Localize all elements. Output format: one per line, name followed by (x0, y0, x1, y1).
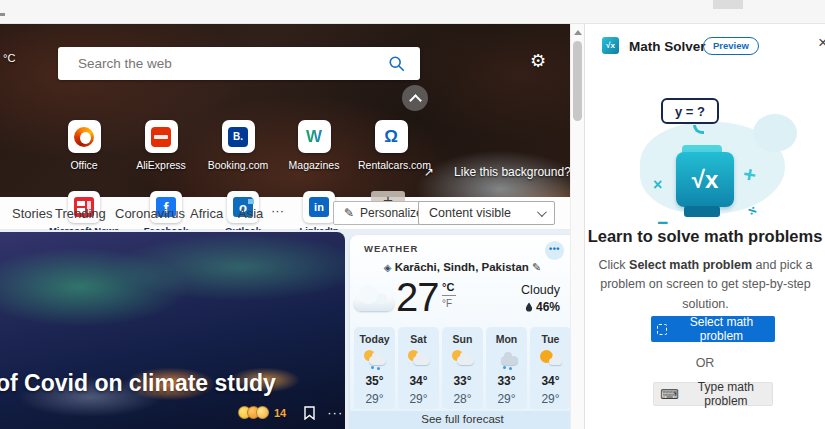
weather-location[interactable]: ◈ Karāchi, Sindh, Pakistan ✎ (350, 261, 575, 274)
magazines-tile[interactable]: W (298, 120, 331, 153)
aliexpress-icon (151, 127, 171, 147)
quicklink-magazines[interactable]: W Magazines (281, 120, 347, 171)
booking-icon: B. (228, 127, 248, 147)
chrome-fragment (713, 0, 743, 9)
content-visibility-dropdown[interactable]: Content visible (418, 201, 555, 225)
quicklink-office[interactable]: Office (51, 120, 117, 171)
chip-more-icon[interactable]: ··· (271, 203, 284, 218)
quicklink-label: AliExpress (128, 159, 194, 171)
math-solver-title: Math Solver (629, 39, 706, 54)
office-tile[interactable] (68, 120, 101, 153)
speech-bubble: y = ? (661, 98, 719, 124)
select-math-problem-button[interactable]: Select math problem (651, 316, 775, 342)
scroll-up-button[interactable] (402, 85, 428, 111)
quicklink-label: Rentalcars.com (358, 159, 424, 171)
reactions-row[interactable]: 14 ··· (238, 405, 343, 420)
forecast-day-tue[interactable]: Tue 34° 29° (530, 327, 571, 409)
forecast-day-sun[interactable]: Sun 33° 28° (442, 327, 483, 409)
like-background-label: Like this background? (454, 165, 571, 179)
like-background-prompt[interactable]: ↗ Like this background? (424, 165, 571, 179)
see-full-forecast-link[interactable]: See full forecast (350, 411, 575, 429)
forecast-low: 29° (530, 392, 571, 406)
math-solver-icon: √x (602, 37, 619, 54)
current-temperature: 27 (396, 275, 439, 320)
personalize-label: Personalize (360, 206, 423, 220)
forecast-high: 33° (442, 374, 483, 388)
search-input[interactable] (58, 56, 388, 71)
linkedin-icon: in (309, 197, 329, 217)
forecast-day-sat[interactable]: Sat 34° 29° (398, 327, 439, 409)
search-bar[interactable] (58, 47, 420, 80)
preview-badge: Preview (703, 37, 759, 55)
illustration-blob (753, 114, 797, 152)
chip-stories[interactable]: Stories (12, 206, 52, 221)
office-icon (74, 127, 94, 147)
quicklink-label: Office (51, 159, 117, 171)
multiply-symbol: × (653, 176, 662, 194)
sun-small-cloud-icon (539, 350, 563, 365)
chip-coronavirus[interactable]: Coronavirus (115, 206, 185, 221)
or-separator: OR (585, 356, 825, 370)
quicklink-booking[interactable]: B. Booking.com (205, 120, 271, 171)
math-solver-illustration: y = ? √x + × − ÷ (585, 84, 825, 234)
news-card[interactable]: of Covid on climate study 14 ··· (0, 232, 345, 429)
quicklink-rentalcars[interactable]: Ω Rentalcars.com (358, 120, 424, 171)
cloudy-weather-icon (354, 287, 394, 311)
fahrenheit-toggle[interactable]: °F (442, 298, 460, 309)
quicklink-linkedin[interactable]: in (303, 191, 335, 223)
location-pin-icon: ◈ (384, 262, 392, 273)
bookmark-icon[interactable] (304, 406, 315, 420)
sun-cloud-icon (407, 350, 431, 365)
quicklink-label: Magazines (281, 159, 347, 171)
news-headline[interactable]: of Covid on climate study (0, 370, 276, 397)
math-solver-header: √x Math Solver Preview × (585, 24, 825, 64)
rain-cloud-icon (495, 350, 519, 365)
forecast-high: 34° (398, 374, 439, 388)
select-math-problem-label: Select math problem (674, 315, 769, 343)
unit-toggle[interactable]: °C °F (442, 281, 460, 309)
forecast-low: 29° (486, 392, 527, 406)
sqrt-x-icon: √x (676, 152, 734, 207)
weather-location-text: Karāchi, Sindh, Pakistan (395, 261, 529, 273)
quicklink-aliexpress[interactable]: AliExpress (128, 120, 194, 171)
search-icon[interactable] (388, 55, 406, 73)
rain-sun-icon (363, 350, 387, 365)
scrollbar-up-arrow-icon[interactable] (574, 30, 582, 35)
forecast-day-label: Tue (530, 333, 571, 345)
forecast-low: 29° (354, 392, 395, 406)
scrollbar-thumb[interactable] (573, 41, 582, 121)
quicklink-label: Booking.com (205, 159, 271, 171)
page-scrollbar[interactable] (570, 24, 584, 429)
chip-asia[interactable]: Asia (238, 206, 263, 221)
forecast-day-label: Sat (398, 333, 439, 345)
reaction-count: 14 (274, 407, 286, 419)
booking-tile[interactable]: B. (222, 120, 255, 153)
close-icon[interactable]: × (818, 33, 825, 53)
selection-frame-icon (657, 324, 667, 335)
settings-gear-icon[interactable]: ⚙ (530, 50, 546, 72)
weather-menu-icon[interactable]: ••• (545, 241, 564, 260)
forecast-row: Today 35° 29° Sat 34° 29° Sun 33° 28° Mo… (354, 327, 571, 409)
sun-cloud-icon (451, 350, 475, 365)
forecast-day-mon[interactable]: Mon 33° 29° (486, 327, 527, 409)
card-more-icon[interactable]: ··· (327, 405, 343, 420)
type-math-problem-button[interactable]: ⌨ Type math problem (653, 382, 773, 406)
magazines-icon: W (306, 127, 322, 147)
forecast-day-today[interactable]: Today 35° 29° (354, 327, 395, 409)
chrome-fragment (0, 13, 5, 16)
rentalcars-tile[interactable]: Ω (375, 120, 408, 153)
edit-location-icon[interactable]: ✎ (532, 261, 541, 273)
chevron-down-icon (537, 207, 547, 217)
instruction-text: Click (599, 258, 630, 272)
chip-trending[interactable]: Trending (55, 206, 106, 221)
forecast-day-label: Sun (442, 333, 483, 345)
chip-africa[interactable]: Africa (190, 206, 223, 221)
celsius-toggle[interactable]: °C (442, 281, 460, 293)
aliexpress-tile[interactable] (145, 120, 178, 153)
browser-chrome-strip (0, 0, 825, 24)
pencil-icon: ✎ (344, 206, 354, 220)
weather-card[interactable]: WEATHER ••• ◈ Karāchi, Sindh, Pakistan ✎… (350, 235, 575, 429)
type-math-problem-label: Type math problem (686, 380, 766, 408)
forecast-high: 34° (530, 374, 571, 388)
weather-title: WEATHER (364, 243, 418, 254)
